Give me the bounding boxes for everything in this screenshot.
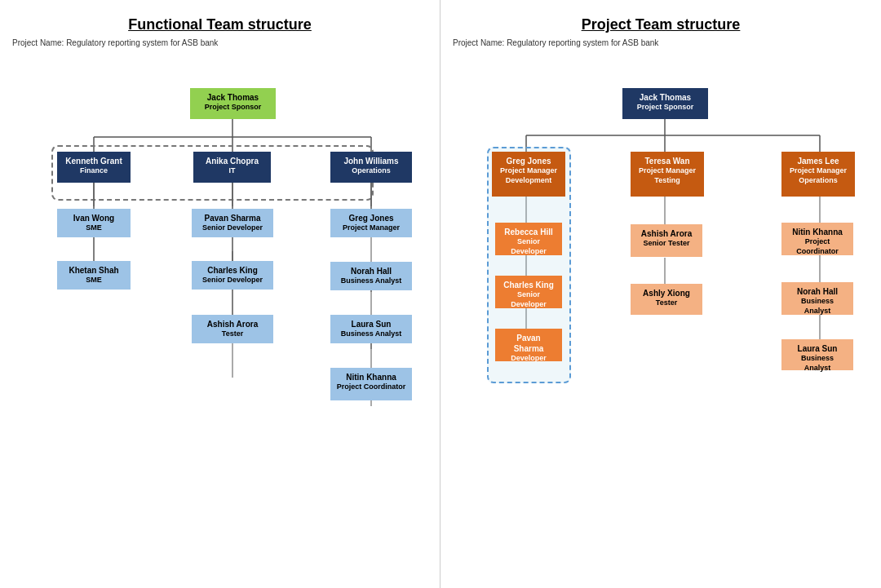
right-sponsor-box: Jack Thomas Project Sponsor xyxy=(622,88,708,119)
right-project-name: Project Name: Regulatory reporting syste… xyxy=(453,38,869,47)
left-title: Functional Team structure xyxy=(12,16,427,33)
dev-member-1: Rebecca Hill Senior Developer xyxy=(495,223,562,255)
right-panel: Project Team structure Project Name: Reg… xyxy=(440,0,881,588)
it-member-3: Ashish Arora Tester xyxy=(192,315,273,343)
finance-member-1: Ivan Wong SME xyxy=(57,209,131,237)
ops-member-2: Norah Hall Business Analyst xyxy=(330,262,412,290)
ops-box: John Williams Operations xyxy=(330,152,412,183)
left-project-name: Project Name: Regulatory reporting syste… xyxy=(12,38,427,47)
test-member-1: Ashish Arora Senior Tester xyxy=(631,224,702,257)
ops-member-right-1: Nitin Khanna Project Coordinator xyxy=(781,223,853,255)
dev-member-3: Pavan Sharma Developer xyxy=(495,329,562,361)
dev-member-2: Charles King Senior Developer xyxy=(495,276,562,308)
left-connector-lines xyxy=(12,55,427,528)
test-member-2: Ashly Xiong Tester xyxy=(631,284,702,315)
manager-james: James Lee Project Manager Operations xyxy=(781,152,855,197)
sponsor-box: Jack Thomas Project Sponsor xyxy=(190,88,276,119)
finance-member-2: Khetan Shah SME xyxy=(57,261,131,290)
ops-member-1: Greg Jones Project Manager xyxy=(330,209,412,237)
it-member-1: Pavan Sharma Senior Developer xyxy=(192,209,273,237)
manager-greg: Greg Jones Project Manager Development xyxy=(492,152,565,197)
finance-box: Kenneth Grant Finance xyxy=(57,152,131,183)
ops-member-4: Nitin Khanna Project Coordinator xyxy=(330,368,412,400)
ops-member-right-2: Norah Hall Business Analyst xyxy=(781,282,853,315)
right-title: Project Team structure xyxy=(453,16,869,33)
left-detail-lines xyxy=(12,55,427,528)
manager-teresa: Teresa Wan Project Manager Testing xyxy=(631,152,704,197)
it-member-2: Charles King Senior Developer xyxy=(192,261,273,290)
it-box: Anika Chopra IT xyxy=(193,152,271,183)
ops-member-3: Laura Sun Business Analyst xyxy=(330,315,412,343)
left-panel: Functional Team structure Project Name: … xyxy=(0,0,440,588)
ops-member-right-3: Laura Sun Business Analyst xyxy=(781,339,853,370)
